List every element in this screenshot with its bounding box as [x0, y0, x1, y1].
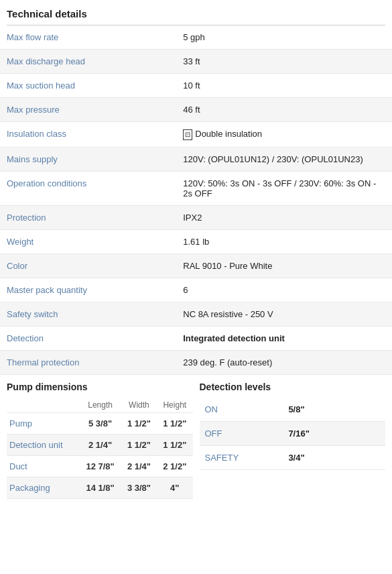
table-row: Thermal protection239 deg. F (auto-reset…: [0, 351, 392, 375]
row-value: ⊡Double insulation: [176, 122, 392, 148]
det-label: ON: [200, 398, 283, 422]
row-label: Protection: [0, 206, 176, 230]
pump-dimensions-section: Pump dimensions Length Width Height Pump…: [0, 382, 196, 499]
dim-col-length: Length: [79, 398, 121, 413]
row-value: 6: [176, 278, 392, 302]
dim-cell-length: 2 1/4": [79, 435, 121, 456]
table-row: DetectionIntegrated detection unit: [0, 327, 392, 351]
detection-levels-table: ON5/8"OFF7/16"SAFETY3/4": [200, 398, 386, 470]
row-label: Master pack quantity: [0, 278, 176, 302]
dim-col-label: [7, 398, 79, 413]
row-value: 33 ft: [176, 50, 392, 74]
dim-cell-height: 1 1/2": [157, 435, 192, 456]
row-label: Detection: [0, 327, 176, 351]
row-label: Mains supply: [0, 148, 176, 172]
detection-levels-title: Detection levels: [200, 382, 386, 392]
technical-details-table: Max flow rate5 gphMax discharge head33 f…: [0, 25, 392, 375]
table-row: Max pressure46 ft: [0, 98, 392, 122]
table-row: Master pack quantity6: [0, 278, 392, 302]
dim-cell-width: 2 1/4": [121, 456, 157, 477]
pump-dimensions-title: Pump dimensions: [7, 382, 193, 392]
det-value: 3/4": [283, 446, 385, 470]
dim-cell-label: Detection unit: [7, 435, 79, 456]
row-label: Insulation class: [0, 122, 176, 148]
row-value: RAL 9010 - Pure White: [176, 254, 392, 278]
technical-details-title: Technical details: [0, 0, 392, 25]
det-row: OFF7/16": [200, 422, 386, 446]
table-row: Max discharge head33 ft: [0, 50, 392, 74]
dim-row: Duct12 7/8"2 1/4"2 1/2": [7, 456, 193, 477]
dim-cell-height: 4": [157, 477, 192, 499]
row-label: Max flow rate: [0, 25, 176, 50]
table-row: Mains supply120V: (OPUL01UN12) / 230V: (…: [0, 148, 392, 172]
dim-row: Detection unit2 1/4"1 1/2"1 1/2": [7, 435, 193, 456]
det-row: ON5/8": [200, 398, 386, 422]
dim-cell-width: 3 3/8": [121, 477, 157, 499]
row-value: NC 8A resistive - 250 V: [176, 302, 392, 327]
dim-row: Pump5 3/8"1 1/2"1 1/2": [7, 413, 193, 435]
row-label: Max discharge head: [0, 50, 176, 74]
dim-cell-height: 1 1/2": [157, 413, 192, 435]
row-value: 120V: 50%: 3s ON - 3s OFF / 230V: 60%: 3…: [176, 172, 392, 206]
dim-cell-length: 14 1/8": [79, 477, 121, 499]
det-label: OFF: [200, 422, 283, 446]
table-row: Max suction head10 ft: [0, 74, 392, 98]
table-row: Weight1.61 lb: [0, 230, 392, 254]
technical-details-section: Technical details Max flow rate5 gphMax …: [0, 0, 392, 375]
row-value: 5 gph: [176, 25, 392, 50]
dim-cell-length: 5 3/8": [79, 413, 121, 435]
det-value: 5/8": [283, 398, 385, 422]
row-value: 120V: (OPUL01UN12) / 230V: (OPUL01UN23): [176, 148, 392, 172]
pump-dimensions-table: Length Width Height Pump5 3/8"1 1/2"1 1/…: [7, 398, 193, 499]
table-row: ColorRAL 9010 - Pure White: [0, 254, 392, 278]
row-label: Safety switch: [0, 302, 176, 327]
dim-cell-label: Duct: [7, 456, 79, 477]
row-label: Max suction head: [0, 74, 176, 98]
dim-col-width: Width: [121, 398, 157, 413]
row-label: Max pressure: [0, 98, 176, 122]
dim-cell-width: 1 1/2": [121, 413, 157, 435]
row-value: 239 deg. F (auto-reset): [176, 351, 392, 375]
dim-row: Packaging14 1/8"3 3/8"4": [7, 477, 193, 499]
row-label: Weight: [0, 230, 176, 254]
dim-cell-length: 12 7/8": [79, 456, 121, 477]
table-row: Max flow rate5 gph: [0, 25, 392, 50]
row-value: 1.61 lb: [176, 230, 392, 254]
dim-cell-width: 1 1/2": [121, 435, 157, 456]
dim-col-height: Height: [157, 398, 192, 413]
row-value: 10 ft: [176, 74, 392, 98]
dim-cell-label: Pump: [7, 413, 79, 435]
det-label: SAFETY: [200, 446, 283, 470]
dim-cell-label: Packaging: [7, 477, 79, 499]
detection-levels-section: Detection levels ON5/8"OFF7/16"SAFETY3/4…: [196, 382, 393, 499]
table-row: Safety switchNC 8A resistive - 250 V: [0, 302, 392, 327]
table-row: ProtectionIPX2: [0, 206, 392, 230]
page-container: Technical details Max flow rate5 gphMax …: [0, 0, 392, 499]
bottom-section: Pump dimensions Length Width Height Pump…: [0, 375, 392, 499]
insulation-icon: ⊡: [183, 129, 192, 140]
table-row: Insulation class⊡Double insulation: [0, 122, 392, 148]
row-label: Thermal protection: [0, 351, 176, 375]
row-value: IPX2: [176, 206, 392, 230]
row-label: Operation conditions: [0, 172, 176, 206]
row-value: 46 ft: [176, 98, 392, 122]
det-row: SAFETY3/4": [200, 446, 386, 470]
det-value: 7/16": [283, 422, 385, 446]
row-value: Integrated detection unit: [176, 327, 392, 351]
row-label: Color: [0, 254, 176, 278]
dim-cell-height: 2 1/2": [157, 456, 192, 477]
table-row: Operation conditions120V: 50%: 3s ON - 3…: [0, 172, 392, 206]
